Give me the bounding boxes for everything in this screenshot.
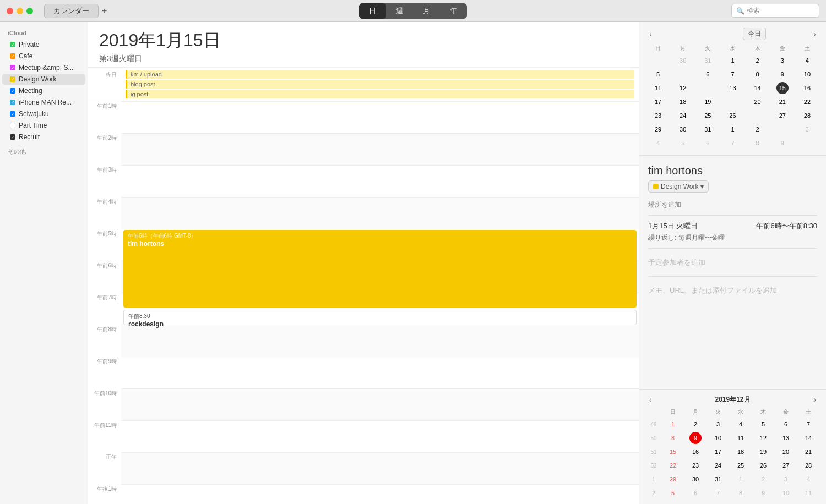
tab-month[interactable]: 月: [413, 3, 440, 19]
mini-cal-cell[interactable]: 2: [757, 473, 769, 485]
mini-cal-cell[interactable]: 6: [702, 68, 714, 80]
mini-cal-cell[interactable]: 12: [757, 432, 769, 444]
mini-cal-bottom-next[interactable]: ›: [810, 394, 819, 405]
mini-cal-cell[interactable]: 5: [757, 418, 769, 430]
mini-cal-cell[interactable]: 23: [652, 109, 664, 122]
mini-cal-cell[interactable]: 20: [752, 96, 764, 108]
mini-cal-cell[interactable]: 26: [757, 459, 769, 472]
mini-cal-cell[interactable]: 2: [752, 54, 764, 67]
mini-cal-cell[interactable]: 15: [776, 82, 789, 94]
mini-cal-cell[interactable]: 10: [712, 432, 724, 444]
mini-cal-cell[interactable]: 18: [735, 446, 747, 458]
mini-cal-cell[interactable]: 18: [677, 96, 689, 108]
sidebar-item-meetup[interactable]: ✓ Meetup &amp; S...: [2, 62, 85, 73]
mini-cal-cell[interactable]: 19: [757, 446, 769, 458]
mini-cal-cell[interactable]: 9: [776, 137, 789, 149]
mini-cal-cell[interactable]: 11: [652, 82, 664, 94]
mini-cal-cell[interactable]: 4: [652, 137, 664, 149]
tab-week[interactable]: 週: [386, 3, 413, 19]
event-detail-location-placeholder[interactable]: 場所を追加: [648, 200, 817, 210]
mini-cal-cell[interactable]: 21: [776, 96, 789, 108]
mini-cal-cell[interactable]: 26: [726, 109, 738, 122]
sidebar-item-iphone-man[interactable]: ✓ iPhone MAN Re...: [2, 97, 85, 108]
mini-cal-cell[interactable]: 27: [780, 459, 792, 472]
mini-cal-cell[interactable]: 7: [726, 68, 738, 80]
allday-event-blog[interactable]: blog post: [126, 80, 634, 89]
mini-cal-cell[interactable]: 25: [735, 459, 747, 472]
mini-cal-cell[interactable]: 14: [752, 82, 764, 94]
mini-cal-cell[interactable]: 23: [689, 459, 702, 472]
mini-cal-cell[interactable]: 28: [802, 459, 814, 472]
mini-cal-cell[interactable]: 1: [735, 473, 747, 485]
mini-cal-cell[interactable]: 4: [735, 418, 747, 430]
mini-cal-cell[interactable]: 31: [702, 123, 714, 135]
sidebar-item-part-time[interactable]: Part Time: [2, 120, 85, 131]
mini-cal-cell[interactable]: 17: [652, 96, 664, 108]
mini-cal-cell[interactable]: 19: [702, 96, 714, 108]
tab-day[interactable]: 日: [359, 3, 386, 19]
mini-cal-cell[interactable]: 2: [752, 123, 764, 135]
mini-cal-cell[interactable]: 30: [677, 123, 689, 135]
mini-cal-cell[interactable]: 21: [802, 446, 814, 458]
mini-cal-cell[interactable]: 7: [712, 487, 724, 499]
mini-cal-cell[interactable]: 4: [802, 473, 814, 485]
sidebar-item-private[interactable]: ✓ Private: [2, 39, 85, 50]
tab-year[interactable]: 年: [440, 3, 467, 19]
mini-cal-next-button[interactable]: ›: [810, 29, 819, 40]
mini-cal-cell[interactable]: 13: [726, 82, 738, 94]
mini-cal-cell[interactable]: 7: [802, 418, 814, 430]
mini-cal-cell[interactable]: 13: [780, 432, 792, 444]
mini-cal-cell[interactable]: 30: [677, 54, 689, 67]
mini-cal-cell[interactable]: 30: [689, 473, 702, 485]
event-detail-attendees[interactable]: 予定参加者を追加: [648, 254, 817, 271]
mini-cal-cell[interactable]: 20: [780, 446, 792, 458]
sidebar-item-cafe[interactable]: ✓ Cafe: [2, 51, 85, 62]
mini-cal-cell[interactable]: 10: [801, 68, 813, 80]
mini-cal-cell[interactable]: 2: [689, 418, 702, 430]
sidebar-item-design-work[interactable]: ✓ Design Work: [2, 74, 85, 85]
mini-cal-cell[interactable]: 14: [802, 432, 814, 444]
mini-cal-cell[interactable]: 9: [689, 432, 702, 444]
allday-event-ig[interactable]: ig post: [126, 90, 634, 98]
mini-cal-cell[interactable]: 24: [712, 459, 724, 472]
mini-cal-cell[interactable]: 6: [702, 137, 714, 149]
mini-cal-cell[interactable]: 31: [702, 54, 714, 67]
mini-cal-cell[interactable]: 5: [667, 487, 679, 499]
event-tim-hortons[interactable]: 午前6時（午前6時 GMT-8） tim hortons: [123, 230, 637, 308]
new-tab-button[interactable]: +: [102, 6, 107, 16]
event-detail-notes[interactable]: メモ、URL、または添付ファイルを追加: [648, 282, 817, 299]
search-box[interactable]: 🔍 検索: [731, 4, 819, 18]
mini-cal-cell[interactable]: 16: [689, 446, 702, 458]
mini-cal-cell[interactable]: 9: [757, 487, 769, 499]
mini-cal-cell[interactable]: 25: [702, 109, 714, 122]
mini-cal-cell[interactable]: 3: [776, 54, 789, 67]
mini-cal-cell[interactable]: 3: [801, 123, 813, 135]
mini-cal-cell[interactable]: 8: [667, 432, 679, 444]
mini-cal-cell[interactable]: 27: [776, 109, 789, 122]
mini-cal-cell[interactable]: 17: [712, 446, 724, 458]
mini-cal-cell[interactable]: 6: [689, 487, 702, 499]
close-button[interactable]: [7, 8, 13, 14]
mini-cal-cell[interactable]: 5: [652, 68, 664, 80]
mini-cal-cell[interactable]: 1: [726, 54, 738, 67]
minimize-button[interactable]: [17, 8, 23, 14]
mini-cal-cell[interactable]: 11: [802, 487, 814, 499]
mini-cal-cell[interactable]: 28: [801, 109, 813, 122]
calendar-selector[interactable]: Design Work ▾: [648, 180, 709, 193]
mini-cal-cell[interactable]: 31: [712, 473, 724, 485]
mini-cal-cell[interactable]: 8: [735, 487, 747, 499]
mini-cal-cell[interactable]: 22: [801, 96, 813, 108]
mini-cal-cell[interactable]: 11: [735, 432, 747, 444]
sidebar-item-seiwajuku[interactable]: ✓ Seiwajuku: [2, 108, 85, 119]
allday-event-km[interactable]: km / upload: [126, 70, 634, 79]
event-rockdesign[interactable]: 午前8:30 rockdesign: [123, 310, 637, 325]
mini-cal-cell[interactable]: 1: [667, 418, 679, 430]
mini-cal-cell[interactable]: 8: [752, 68, 764, 80]
mini-cal-cell[interactable]: 12: [677, 82, 689, 94]
sidebar-item-meeting[interactable]: ✓ Meeting: [2, 85, 85, 96]
mini-cal-cell[interactable]: 9: [776, 68, 789, 80]
mini-cal-cell[interactable]: 10: [780, 487, 792, 499]
mini-cal-cell[interactable]: 3: [712, 418, 724, 430]
today-button[interactable]: 今日: [743, 28, 766, 40]
mini-cal-cell[interactable]: 29: [667, 473, 679, 485]
